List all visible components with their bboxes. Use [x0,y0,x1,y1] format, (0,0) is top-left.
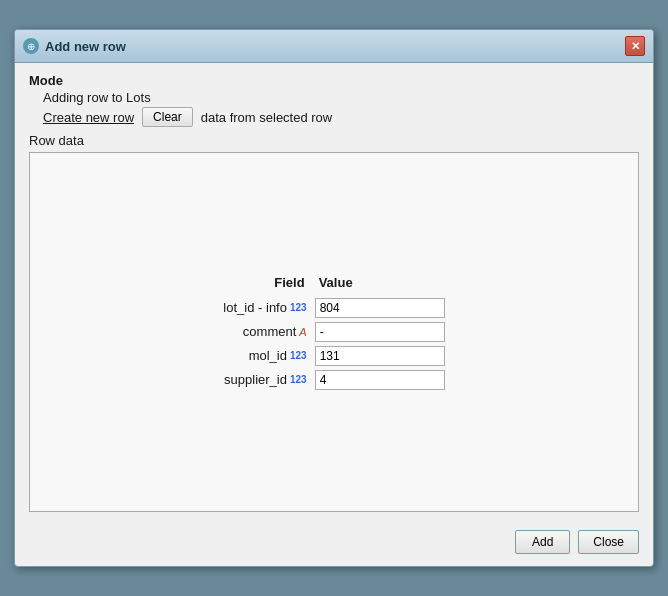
row-data-box: Field Value lot_id - info123commentAmol_… [29,152,639,512]
value-input[interactable] [315,298,445,318]
type-icon-num: 123 [290,302,307,313]
mode-section: Mode Adding row to Lots Create new row C… [29,73,639,127]
title-bar: ⊕ Add new row ✕ [15,30,653,63]
value-column-header: Value [311,273,445,296]
value-cell [311,296,445,320]
field-cell: lot_id - info123 [223,298,310,317]
field-name: supplier_id [224,372,287,387]
dialog-body: Mode Adding row to Lots Create new row C… [15,63,653,522]
field-name: mol_id [249,348,287,363]
field-name: comment [243,324,296,339]
row-data-label: Row data [29,133,639,148]
row-data-section: Row data Field Value lot_id - info123com… [29,133,639,512]
type-icon-num: 123 [290,374,307,385]
data-from-text: data from selected row [201,110,333,125]
value-input[interactable] [315,370,445,390]
mode-label: Mode [29,73,639,88]
title-close-button[interactable]: ✕ [625,36,645,56]
dialog-title: Add new row [45,39,126,54]
dialog-footer: Add Close [15,522,653,566]
value-input[interactable] [315,322,445,342]
close-footer-button[interactable]: Close [578,530,639,554]
field-column-header: Field [223,273,310,296]
create-row-line: Create new row Clear data from selected … [29,107,639,127]
type-icon-num: 123 [290,350,307,361]
type-icon-alpha: A [299,326,306,338]
dialog-icon: ⊕ [23,38,39,54]
value-cell [311,368,445,392]
field-cell: commentA [223,322,310,341]
field-cell: supplier_id123 [223,370,310,389]
mode-value: Adding row to Lots [29,90,639,105]
add-button[interactable]: Add [515,530,570,554]
add-new-row-dialog: ⊕ Add new row ✕ Mode Adding row to Lots … [14,29,654,567]
field-cell: mol_id123 [223,346,310,365]
clear-button[interactable]: Clear [142,107,193,127]
create-row-text: Create new row [43,110,134,125]
fields-table: Field Value lot_id - info123commentAmol_… [223,273,444,392]
value-input[interactable] [315,346,445,366]
value-cell [311,320,445,344]
field-name: lot_id - info [223,300,287,315]
value-cell [311,344,445,368]
